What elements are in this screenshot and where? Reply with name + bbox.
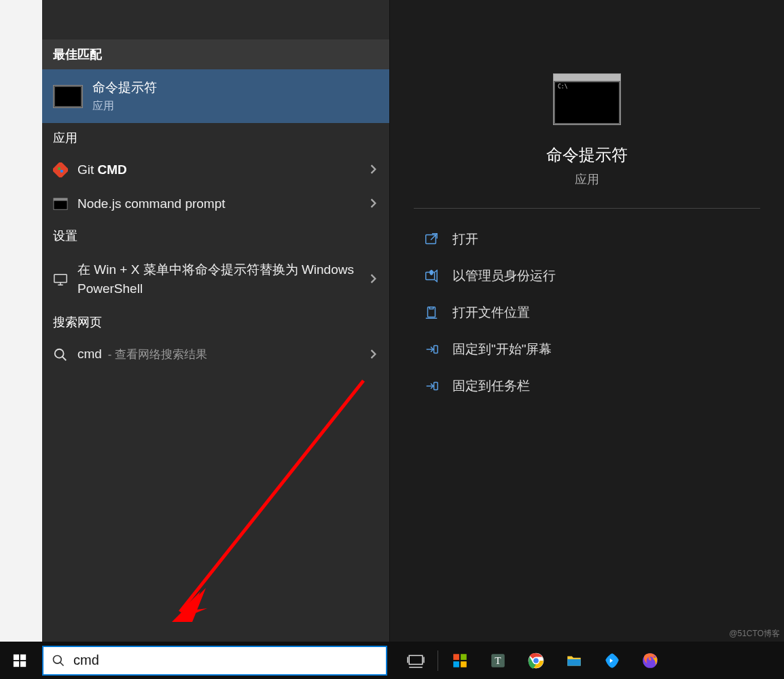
action-label: 固定到任务栏 — [452, 377, 530, 395]
svg-rect-14 — [434, 346, 438, 353]
search-preview-panel: 命令提示符 应用 打开 以管理员身份运行 — [390, 0, 784, 642]
svg-rect-22 — [20, 661, 26, 666]
svg-rect-27 — [453, 661, 459, 667]
taskbar-search-box[interactable] — [42, 646, 387, 676]
pin-start-icon — [424, 342, 439, 357]
preview-title: 命令提示符 — [546, 144, 628, 166]
chevron-right-icon — [369, 272, 378, 287]
app-item-git-cmd[interactable]: Git CMD — [42, 153, 389, 187]
action-pin-to-start[interactable]: 固定到"开始"屏幕 — [390, 331, 784, 368]
action-open-file-location[interactable]: 打开文件位置 — [390, 294, 784, 331]
svg-rect-9 — [54, 274, 67, 282]
svg-rect-20 — [20, 654, 26, 659]
app-item-label: Node.js command prompt — [77, 196, 359, 211]
action-label: 打开文件位置 — [452, 304, 530, 321]
preview-hero: 命令提示符 应用 — [390, 39, 784, 208]
svg-point-10 — [55, 349, 64, 358]
svg-rect-21 — [14, 661, 19, 666]
svg-rect-19 — [14, 654, 19, 659]
chevron-right-icon — [369, 162, 378, 177]
svg-text:T: T — [495, 655, 501, 666]
settings-item-winx-powershell[interactable]: 在 Win + X 菜单中将命令提示符替换为 Windows PowerShel… — [42, 251, 389, 307]
git-icon — [53, 162, 68, 177]
best-match-item[interactable]: 命令提示符 应用 — [42, 69, 389, 123]
chevron-right-icon — [369, 196, 378, 211]
svg-rect-5 — [58, 167, 60, 170]
monitor-icon — [53, 272, 68, 287]
best-match-subtitle: 应用 — [92, 99, 157, 114]
start-button[interactable] — [0, 642, 39, 679]
settings-item-label: 在 Win + X 菜单中将命令提示符替换为 Windows PowerShel… — [77, 260, 359, 298]
svg-rect-28 — [461, 661, 467, 667]
svg-rect-15 — [434, 383, 438, 390]
best-match-title: 命令提示符 — [92, 79, 157, 97]
action-label: 打开 — [452, 230, 478, 248]
watermark: @51CTO博客 — [729, 628, 780, 640]
results-empty-area — [42, 372, 389, 642]
svg-point-23 — [54, 655, 62, 663]
preview-subtitle: 应用 — [575, 171, 599, 188]
folder-location-icon — [424, 305, 439, 320]
desktop-left-strip — [0, 0, 42, 679]
taskbar-app-notes[interactable]: T — [479, 642, 517, 679]
section-best-match: 最佳匹配 — [42, 39, 389, 69]
chevron-right-icon — [369, 347, 378, 362]
app-item-label: Git CMD — [77, 162, 359, 177]
search-icon — [53, 347, 68, 362]
pin-taskbar-icon — [424, 379, 439, 394]
preview-actions: 打开 以管理员身份运行 打开文件位置 — [390, 209, 784, 417]
taskbar-app-firefox[interactable] — [631, 642, 669, 679]
app-item-nodejs-cmd[interactable]: Node.js command prompt — [42, 187, 389, 221]
cmd-icon — [53, 85, 83, 108]
taskbar-separator — [438, 650, 438, 671]
section-settings: 设置 — [42, 221, 389, 251]
svg-rect-26 — [461, 654, 467, 660]
action-label: 以管理员身份运行 — [452, 267, 556, 285]
action-label: 固定到"开始"屏幕 — [452, 341, 552, 358]
terminal-icon — [53, 196, 68, 211]
search-results-left-panel: 最佳匹配 命令提示符 应用 应用 Git CMD — [42, 0, 390, 642]
action-pin-to-taskbar[interactable]: 固定到任务栏 — [390, 368, 784, 404]
svg-rect-24 — [409, 655, 423, 664]
taskbar-app-file-explorer[interactable] — [555, 642, 593, 679]
taskbar-app-chrome[interactable] — [517, 642, 555, 679]
action-run-as-admin[interactable]: 以管理员身份运行 — [390, 258, 784, 294]
task-view-button[interactable] — [397, 642, 435, 679]
svg-rect-25 — [453, 654, 459, 660]
svg-rect-35 — [567, 659, 581, 665]
taskbar-app-microsoft[interactable] — [441, 642, 479, 679]
cmd-large-icon — [553, 73, 621, 125]
search-input[interactable] — [73, 652, 378, 668]
search-icon — [52, 654, 65, 667]
svg-rect-8 — [54, 198, 67, 201]
web-search-label: cmd - 查看网络搜索结果 — [77, 347, 359, 362]
web-search-item[interactable]: cmd - 查看网络搜索结果 — [42, 337, 389, 372]
section-search-web: 搜索网页 — [42, 307, 389, 337]
open-icon — [424, 232, 439, 247]
svg-rect-6 — [60, 170, 63, 173]
section-apps: 应用 — [42, 123, 389, 153]
taskbar: T — [0, 642, 784, 679]
shield-admin-icon — [424, 268, 439, 283]
action-open[interactable]: 打开 — [390, 221, 784, 258]
best-match-text: 命令提示符 应用 — [92, 79, 157, 114]
taskbar-app-generic-blue[interactable] — [593, 642, 631, 679]
